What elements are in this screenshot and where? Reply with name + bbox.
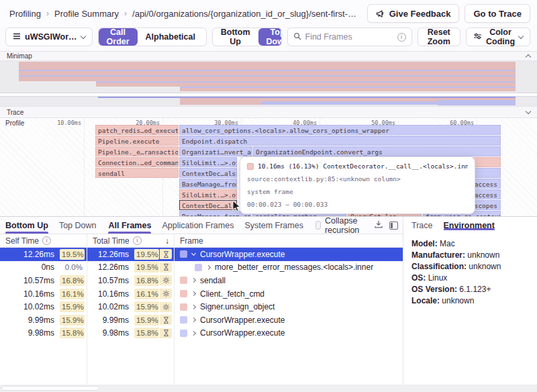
frame-column-header[interactable]: Frame (175, 236, 403, 246)
environment-entry-label: Locale: (411, 296, 440, 305)
hourglass-icon (160, 315, 172, 325)
table-tab-bar: Bottom UpTop Down All FramesApplication … (0, 217, 403, 234)
column-divider[interactable] (87, 234, 87, 385)
breadcrumb-profile-summary[interactable]: Profile Summary (54, 9, 119, 19)
collapsed-chevron-icon[interactable] (206, 265, 211, 270)
total-time-column-header[interactable]: Total Time i ↓ (87, 236, 175, 246)
frame-name: CursorWrapper.execute (200, 250, 285, 259)
flamegraph-frame[interactable]: ContextDec…als>.i (179, 200, 237, 210)
details-side-panel: TraceEnvironment Model: MacManufacturer:… (403, 217, 537, 392)
find-frames-search[interactable]: i (287, 28, 412, 46)
collapsed-chevron-icon[interactable] (191, 317, 196, 322)
system-frame-gear-icon (160, 289, 172, 299)
dock-left-icon[interactable] (389, 222, 398, 230)
flamegraph-frame[interactable]: OrganizationEndpoint.convert_args (253, 146, 501, 156)
flamegraph-canvas[interactable]: Profile 10.00ms20.00ms30.00ms40.00ms50.0… (0, 118, 537, 216)
table-row[interactable]: 10.57ms16.8%10.57ms16.8%sendall (0, 274, 403, 287)
minimap-bar (19, 62, 516, 70)
flamegraph-frame[interactable]: allow_cors_options.<locals>.allow_cors_o… (179, 125, 501, 135)
view-option-top-down[interactable]: Top Down (258, 28, 282, 46)
chevron-down-icon (518, 33, 524, 38)
search-input[interactable] (305, 32, 393, 42)
flamegraph-frame[interactable]: BaseManage…from_c (179, 179, 237, 189)
flamegraph-frame[interactable]: SiloLimit.…>.over (179, 189, 237, 199)
total-time-value: 10.57ms (98, 276, 129, 285)
table-row[interactable]: 12.26ms19.5%12.26ms19.5%CursorWrapper.ex… (0, 248, 403, 261)
breadcrumb-profiling[interactable]: Profiling (9, 9, 41, 19)
collapsed-chevron-icon[interactable] (191, 291, 196, 296)
flamegraph-frame[interactable]: Endpoint.dispatch (179, 136, 501, 146)
table-row[interactable]: 0ns0.0%12.26ms19.5%more_better_error_mes… (0, 261, 403, 275)
view-option-bottom-up[interactable]: Bottom Up (213, 28, 258, 46)
table-row[interactable]: 10.02ms15.9%10.02ms15.9%Signer.unsign_ob… (0, 300, 403, 313)
axis-gridline (84, 118, 85, 216)
trace-header[interactable]: Trace (0, 106, 537, 118)
minimap-canvas[interactable] (0, 61, 537, 106)
download-icon[interactable] (375, 220, 383, 230)
details-tab-environment[interactable]: Environment (444, 221, 495, 230)
total-percent-chip: 16.1% (134, 289, 159, 299)
sort-descending-icon[interactable]: ↓ (165, 236, 169, 246)
sort-option-left-heavy[interactable]: Left Heavy (203, 28, 207, 46)
frame-color-swatch (247, 163, 254, 170)
mouse-cursor (232, 200, 241, 213)
breadcrumb-separator: › (124, 9, 127, 18)
scrollbar-thumb[interactable] (1, 386, 99, 391)
minimap-view-band[interactable] (0, 93, 537, 97)
frame-color-square (180, 316, 187, 324)
minimap-header[interactable]: Minimap (0, 51, 537, 61)
collapsed-chevron-icon[interactable] (191, 305, 196, 309)
megaphone-icon (376, 9, 385, 18)
column-divider[interactable] (174, 234, 175, 385)
reset-zoom-button[interactable]: Reset Zoom (418, 28, 460, 46)
tooltip-time-range: 00:00.023 — 00:00.033 (247, 201, 468, 208)
collapsed-chevron-icon[interactable] (191, 331, 196, 336)
self-percent-chip: 16.1% (60, 289, 85, 299)
flamegraph-frame[interactable]: patch_redis…ed_execute (95, 125, 179, 135)
hourglass-icon (160, 249, 172, 259)
flamegraph-frame[interactable]: ContextDec…als>.i (179, 168, 237, 178)
tooltip-source: source:contextlib.py:85:<unknown column> (247, 175, 468, 183)
breadcrumb-transaction: /api/0/organizations/{organization_id_or… (132, 9, 356, 19)
table-row[interactable]: 10.16ms16.1%10.16ms16.1%Client._fetch_cm… (0, 287, 403, 301)
frame-label: Frame (180, 236, 203, 246)
flamegraph-frame[interactable]: Organizati…nvert_args (179, 146, 252, 156)
collapsed-chevron-icon[interactable] (191, 278, 196, 283)
flamegraph-frame[interactable]: Connection.…ed_command (95, 157, 179, 167)
chevron-down-icon (80, 33, 85, 38)
profiling-app: Profiling › Profile Summary › /api/0/org… (0, 0, 537, 392)
flamegraph-frame[interactable]: sendall (95, 168, 179, 178)
bottom-panel: Bottom UpTop Down All FramesApplication … (0, 216, 537, 392)
give-feedback-button[interactable]: Give Feedback (367, 4, 460, 23)
thread-selector-label: uWSGIWor… (25, 32, 77, 42)
collapse-recursion-control[interactable]: Collapse recursion (315, 216, 362, 235)
color-coding-dropdown[interactable]: Color Coding (466, 28, 530, 46)
sorting-segmented-control: Call OrderAlphabeticalLeft Heavy (98, 28, 207, 46)
tab-top-down[interactable]: Top Down (59, 217, 97, 234)
total-time-value: 12.26ms (98, 262, 129, 272)
self-percent-chip: 15.8% (60, 328, 85, 338)
frame-name: CursorWrapper.execute (200, 315, 285, 325)
expanded-chevron-icon[interactable] (191, 251, 196, 256)
sort-option-alphabetical[interactable]: Alphabetical (138, 28, 203, 46)
self-time-value: 12.26ms (23, 250, 54, 259)
table-row[interactable]: 9.98ms15.8%9.98ms15.8%CursorWrapper.exec… (0, 327, 403, 340)
thread-selector-dropdown[interactable]: uWSGIWor… (5, 28, 93, 46)
self-time-column-header[interactable]: Self Time i (0, 236, 87, 246)
minimap-bar (261, 101, 438, 105)
collapse-recursion-checkbox[interactable] (315, 221, 321, 230)
go-to-trace-button[interactable]: Go to Trace (465, 4, 530, 23)
details-tab-trace[interactable]: Trace (411, 221, 433, 230)
flamegraph-frame[interactable]: Pipeline.execute (95, 136, 179, 146)
sort-option-call-order[interactable]: Call Order (99, 28, 138, 46)
environment-entry-label: OS: (411, 273, 426, 283)
tab-all-frames[interactable]: All Frames (108, 217, 151, 234)
tab-bottom-up[interactable]: Bottom Up (5, 217, 48, 234)
table-row[interactable]: 9.99ms15.9%9.99ms15.9%CursorWrapper.exec… (0, 313, 403, 327)
tab-application-frames[interactable]: Application Frames (162, 217, 234, 234)
sliders-icon (473, 32, 482, 42)
horizontal-scrollbar[interactable] (0, 385, 537, 392)
tab-system-frames[interactable]: System Frames (244, 217, 303, 234)
flamegraph-frame[interactable]: SiloLimit.…>.over (179, 157, 237, 167)
flamegraph-frame[interactable]: Pipeline._e…ransaction (95, 146, 179, 156)
